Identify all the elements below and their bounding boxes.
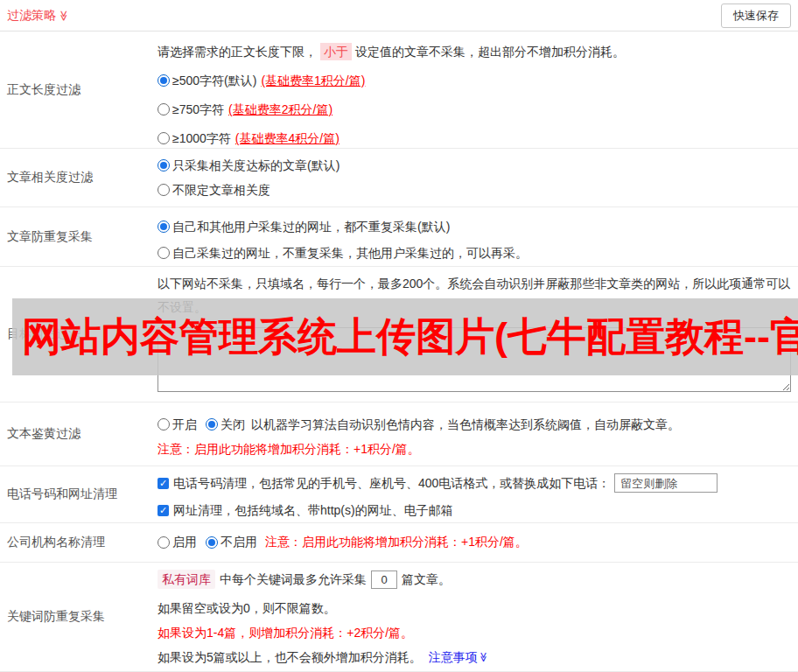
quick-save-button[interactable]: 快速保存	[721, 4, 791, 28]
length-filter-content: 请选择需求的正文长度下限， 小于 设定值的文章不采集，超出部分不增加积分消耗。 …	[158, 32, 798, 148]
radio-company-on[interactable]	[158, 536, 170, 549]
length-option-1000-label: ≥1000字符	[172, 130, 231, 147]
notice-link[interactable]: 注意事项	[429, 648, 478, 666]
porn-filter-note: 注意：启用此功能将增加积分消耗：+1积分/篇。	[158, 440, 792, 458]
keyword-note-cost: 如果设为1-4篇，则增加积分消耗：+2积分/篇。	[158, 624, 792, 641]
keyword-note-unlimited: 如果留空或设为0，则不限篇数。	[158, 599, 792, 617]
dedup-option-all-users: 自己和其他用户采集过的网址，都不重复采集(默认)	[158, 218, 792, 235]
row-keyword-dedup: 关键词防重复采集 私有词库 中每个关键词最多允许采集 篇文章。 如果留空或设为0…	[0, 563, 798, 672]
dedup-option-self-only: 自己采集过的网址，不重复采集，其他用户采集过的，可以再采。	[158, 244, 792, 262]
company-clean-label: 公司机构名称清理	[0, 523, 158, 562]
length-option-500: ≥500字符(默认) (基础费率1积分/篇)	[158, 72, 792, 89]
phone-url-clean-content: 电话号码清理，包括常见的手机号、座机号、400电话格式，或替换成如下电话： 网址…	[158, 466, 798, 522]
relevance-filter-label: 文章相关度过滤	[0, 149, 158, 206]
row-porn-filter: 文本鉴黄过滤 开启 关闭 以机器学习算法自动识别色情内容，当色情概率达到系统阈值…	[0, 402, 798, 466]
keyword-count-input[interactable]	[371, 570, 397, 589]
chevron-down-icon[interactable]: ≫	[59, 10, 69, 21]
company-option-on-label: 启用	[172, 535, 197, 550]
length-filter-label: 正文长度过滤	[0, 32, 158, 148]
row-dedup-filter: 文章防重复采集 自己和其他用户采集过的网址，都不重复采集(默认) 自己采集过的网…	[0, 207, 798, 267]
length-option-750-fee: (基础费率2积分/篇)	[228, 101, 332, 118]
radio-relevance-any[interactable]	[158, 184, 170, 196]
length-filter-intro: 请选择需求的正文长度下限， 小于 设定值的文章不采集，超出部分不增加积分消耗。	[158, 43, 792, 60]
radio-company-off-selected[interactable]	[206, 536, 218, 549]
keyword-dedup-content: 私有词库 中每个关键词最多允许采集 篇文章。 如果留空或设为0，则不限篇数。 如…	[158, 563, 798, 671]
length-option-500-fee: (基础费率1积分/篇)	[261, 72, 365, 89]
radio-1000[interactable]	[158, 132, 170, 144]
phone-clean-option-label: 电话号码清理，包括常见的手机号、座机号、400电话格式，或替换成如下电话：	[173, 474, 610, 492]
page-title: 过滤策略 ≫	[7, 8, 70, 24]
checkbox-url-clean-checked[interactable]	[158, 505, 169, 516]
keyword-note-five-text: 如果设为5篇或以上，也不会额外增加积分消耗。	[158, 648, 422, 666]
porn-filter-label: 文本鉴黄过滤	[0, 402, 158, 466]
radio-relevance-strict-selected[interactable]	[158, 159, 170, 172]
company-clean-content: 启用 不启用 注意：启用此功能将增加积分消耗：+1积分/篇。	[158, 523, 798, 562]
watermark-text: 网站内容管理系统上传图片(七牛配置教程--官	[12, 311, 798, 363]
relevance-option-any: 不限定文章相关度	[158, 181, 792, 199]
porn-option-off-label: 关闭	[220, 416, 245, 433]
keyword-limit-text: 中每个关键词最多允许采集	[220, 570, 367, 588]
phone-clean-option: 电话号码清理，包括常见的手机号、座机号、400电话格式，或替换成如下电话：	[158, 473, 792, 493]
radio-750[interactable]	[158, 103, 170, 116]
keyword-limit-suffix: 篇文章。	[402, 570, 451, 588]
row-length-filter: 正文长度过滤 请选择需求的正文长度下限， 小于 设定值的文章不采集，超出部分不增…	[0, 32, 798, 149]
replacement-phone-input[interactable]	[614, 473, 718, 493]
link-chevron-down-icon[interactable]: ≫	[475, 652, 493, 662]
radio-dedup-self[interactable]	[158, 247, 170, 259]
length-option-1000: ≥1000字符 (基础费率4积分/篇)	[158, 130, 792, 147]
radio-dedup-all-selected[interactable]	[158, 220, 170, 233]
relevance-option-any-label: 不限定文章相关度	[172, 181, 270, 199]
url-clean-option-label: 网址清理，包括纯域名、带http(s)的网址、电子邮箱	[173, 501, 453, 519]
relevance-option-strict: 只采集相关度达标的文章(默认)	[158, 157, 792, 174]
porn-filter-content: 开启 关闭 以机器学习算法自动识别色情内容，当色情概率达到系统阈值，自动屏蔽文章…	[158, 402, 798, 466]
keyword-limit-line: 私有词库 中每个关键词最多允许采集 篇文章。	[158, 570, 792, 589]
phone-url-clean-label: 电话号码和网址清理	[0, 466, 158, 522]
company-option-off-label: 不启用	[220, 535, 257, 550]
relevance-option-strict-label: 只采集相关度达标的文章(默认)	[172, 157, 340, 174]
row-relevance-filter: 文章相关度过滤 只采集相关度达标的文章(默认) 不限定文章相关度	[0, 149, 798, 207]
company-clean-note: 注意：启用此功能将增加积分消耗：+1积分/篇。	[265, 535, 528, 550]
dedup-filter-content: 自己和其他用户采集过的网址，都不重复采集(默认) 自己采集过的网址，不重复采集，…	[158, 207, 798, 266]
filter-strategy-page: 过滤策略 ≫ 快速保存 正文长度过滤 请选择需求的正文长度下限， 小于 设定值的…	[0, 0, 798, 672]
porn-filter-description: 以机器学习算法自动识别色情内容，当色情概率达到系统阈值，自动屏蔽文章。	[251, 416, 680, 433]
page-title-text: 过滤策略	[7, 8, 56, 24]
relevance-filter-content: 只采集相关度达标的文章(默认) 不限定文章相关度	[158, 149, 798, 206]
radio-porn-off-selected[interactable]	[206, 418, 218, 430]
dedup-filter-label: 文章防重复采集	[0, 207, 158, 266]
length-option-500-label: ≥500字符(默认)	[172, 72, 256, 89]
keyword-note-five: 如果设为5篇或以上，也不会额外增加积分消耗。 注意事项 ≫	[158, 648, 792, 666]
row-phone-url-clean: 电话号码和网址清理 电话号码清理，包括常见的手机号、座机号、400电话格式，或替…	[0, 466, 798, 523]
porn-filter-options: 开启 关闭 以机器学习算法自动识别色情内容，当色情概率达到系统阈值，自动屏蔽文章…	[158, 416, 792, 433]
porn-option-on-label: 开启	[172, 416, 197, 433]
top-bar: 过滤策略 ≫ 快速保存	[0, 0, 798, 32]
checkbox-phone-clean-checked[interactable]	[158, 478, 169, 489]
length-option-1000-fee: (基础费率4积分/篇)	[235, 130, 340, 147]
intro-prefix: 请选择需求的正文长度下限，	[158, 43, 317, 60]
keyword-dedup-label: 关键词防重复采集	[0, 563, 158, 671]
radio-500-selected[interactable]	[158, 74, 170, 87]
dedup-option-self-label: 自己采集过的网址，不重复采集，其他用户采集过的，可以再采。	[172, 244, 528, 262]
watermark-overlay: 网站内容管理系统上传图片(七牛配置教程--官	[12, 298, 798, 375]
radio-porn-on[interactable]	[158, 418, 170, 430]
length-option-750: ≥750字符 (基础费率2积分/篇)	[158, 101, 792, 118]
row-company-clean: 公司机构名称清理 启用 不启用 注意：启用此功能将增加积分消耗：+1积分/篇。	[0, 523, 798, 563]
dedup-option-all-label: 自己和其他用户采集过的网址，都不重复采集(默认)	[172, 218, 450, 235]
less-than-badge: 小于	[320, 43, 352, 60]
intro-suffix: 设定值的文章不采集，超出部分不增加积分消耗。	[355, 43, 625, 60]
private-lexicon-badge[interactable]: 私有词库	[158, 570, 215, 589]
url-clean-option: 网址清理，包括纯域名、带http(s)的网址、电子邮箱	[158, 501, 792, 519]
length-option-750-label: ≥750字符	[172, 101, 224, 118]
